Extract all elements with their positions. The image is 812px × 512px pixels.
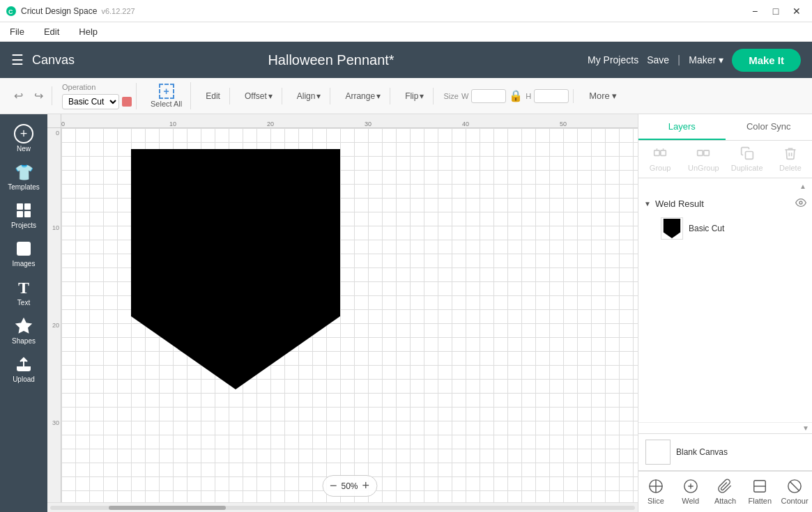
offset-label: Offset xyxy=(245,91,267,101)
weld-button[interactable]: Weld xyxy=(673,476,708,508)
slice-icon xyxy=(648,479,664,495)
group-button[interactable]: Group xyxy=(638,141,682,178)
topbar-right: My Projects Save | Maker ▾ Make It xyxy=(588,49,801,72)
redo-button[interactable]: ↪ xyxy=(30,86,47,105)
layer-item-basic-cut[interactable]: Basic Cut xyxy=(644,213,806,244)
text-icon: T xyxy=(18,279,29,297)
v-ruler-10: 10 xyxy=(52,224,59,231)
app: ☰ Canvas Halloween Pennant* My Projects … xyxy=(0,42,812,512)
save-button[interactable]: Save xyxy=(647,54,669,65)
flatten-button[interactable]: Flatten xyxy=(742,476,777,508)
vertical-ruler: 0 10 20 30 xyxy=(47,128,61,502)
minimize-button[interactable]: − xyxy=(745,3,765,19)
hamburger-menu-button[interactable]: ☰ xyxy=(11,52,24,68)
v-ruler-30: 30 xyxy=(52,419,59,426)
width-input[interactable] xyxy=(471,89,506,103)
svg-text:C: C xyxy=(8,8,13,15)
scrollbar-thumb[interactable] xyxy=(109,506,226,510)
edit-button[interactable]: Edit xyxy=(201,88,225,104)
align-group: Align ▾ xyxy=(288,88,331,104)
app-version: v6.12.227 xyxy=(101,7,135,15)
offset-group: Offset ▾ xyxy=(236,88,282,104)
sidebar-item-new[interactable]: + New xyxy=(3,120,44,157)
flip-button[interactable]: Flip ▾ xyxy=(400,88,429,104)
arrange-button[interactable]: Arrange ▾ xyxy=(340,88,385,104)
svg-line-22 xyxy=(790,482,799,491)
v-ruler-20: 20 xyxy=(52,322,59,329)
select-all-icon xyxy=(159,84,174,99)
align-button[interactable]: Align ▾ xyxy=(292,88,326,104)
ungroup-button[interactable]: UnGroup xyxy=(682,141,725,178)
upload-icon xyxy=(15,356,32,374)
more-button[interactable]: More ▾ xyxy=(583,88,622,104)
panel-bottom-actions: Slice Weld Attach xyxy=(638,471,812,512)
svg-rect-14 xyxy=(745,152,753,160)
sidebar-item-templates[interactable]: 👕 Templates xyxy=(3,160,44,195)
undo-button[interactable]: ↩ xyxy=(10,86,27,105)
undo-redo-group: ↩ ↪ xyxy=(6,86,52,105)
delete-button[interactable]: Delete xyxy=(769,141,812,178)
scroll-up-area: ▲ xyxy=(638,181,812,192)
svg-point-15 xyxy=(799,201,802,204)
offset-button[interactable]: Offset ▾ xyxy=(240,88,277,104)
duplicate-button[interactable]: Duplicate xyxy=(726,141,769,178)
pennant-shape[interactable] xyxy=(131,149,340,389)
zoom-in-button[interactable]: + xyxy=(362,479,370,493)
close-button[interactable]: ✕ xyxy=(787,3,806,19)
maker-button[interactable]: Maker ▾ xyxy=(689,54,723,65)
menu-edit[interactable]: Edit xyxy=(40,25,63,38)
menubar: File Edit Help xyxy=(0,22,812,42)
operation-select[interactable]: Basic Cut xyxy=(62,94,119,109)
weld-result-name: Weld Result xyxy=(655,199,704,209)
h-ruler-30: 30 xyxy=(365,121,371,127)
scrollbar-track xyxy=(50,506,635,510)
menu-help[interactable]: Help xyxy=(75,25,102,38)
tab-color-sync[interactable]: Color Sync xyxy=(726,114,813,140)
tab-layers[interactable]: Layers xyxy=(638,114,726,140)
content-area: + New 👕 Templates Projects Images xyxy=(0,114,812,512)
attach-icon xyxy=(717,479,733,495)
attach-button[interactable]: Attach xyxy=(708,476,743,508)
canvas-title: Canvas xyxy=(32,53,75,68)
zoom-out-button[interactable]: − xyxy=(330,479,337,493)
svg-marker-8 xyxy=(17,319,31,332)
make-it-button[interactable]: Make It xyxy=(732,49,801,72)
sidebar-item-text[interactable]: T Text xyxy=(3,274,44,311)
size-group: Size W 🔒 H xyxy=(439,89,574,103)
project-title-text: Halloween Pennant* xyxy=(268,52,394,68)
layer-name: Basic Cut xyxy=(689,224,724,233)
sidebar-item-shapes[interactable]: Shapes xyxy=(3,313,44,349)
sidebar-item-images[interactable]: Images xyxy=(3,236,44,272)
topbar: ☰ Canvas Halloween Pennant* My Projects … xyxy=(0,42,812,78)
slice-button[interactable]: Slice xyxy=(638,476,673,508)
sidebar-item-upload[interactable]: Upload xyxy=(3,352,44,387)
canvas-scrollbar[interactable] xyxy=(47,502,638,512)
svg-rect-11 xyxy=(661,150,666,156)
duplicate-icon xyxy=(740,146,754,162)
edit-label: Edit xyxy=(206,91,220,101)
weld-icon xyxy=(683,479,698,495)
height-input[interactable] xyxy=(534,89,569,103)
svg-rect-10 xyxy=(654,150,660,156)
select-all-button[interactable]: Select All xyxy=(146,82,186,109)
maximize-button[interactable]: □ xyxy=(766,3,786,19)
menu-file[interactable]: File xyxy=(6,25,29,38)
edit-group: Edit xyxy=(197,88,230,104)
select-all-group: Select All xyxy=(142,82,191,109)
zoom-level-display: 50% xyxy=(341,481,358,491)
flip-label: Flip xyxy=(405,91,418,101)
scroll-down-area: ▼ xyxy=(638,422,812,433)
svg-rect-5 xyxy=(24,211,31,217)
flip-chevron-icon: ▾ xyxy=(420,91,424,101)
layers-list: ▲ ▼ Weld Result Bas xyxy=(638,178,812,303)
canvas[interactable]: − 50% + xyxy=(61,128,638,502)
svg-rect-12 xyxy=(698,150,703,156)
contour-button[interactable]: Contour xyxy=(777,476,812,508)
arrange-group: Arrange ▾ xyxy=(336,88,390,104)
sidebar-item-images-label: Images xyxy=(13,260,36,267)
visibility-icon[interactable] xyxy=(795,197,806,210)
sidebar-item-projects[interactable]: Projects xyxy=(3,198,44,233)
arrange-label: Arrange xyxy=(345,91,375,101)
my-projects-button[interactable]: My Projects xyxy=(588,54,638,65)
weld-result-header[interactable]: ▼ Weld Result xyxy=(644,194,806,213)
